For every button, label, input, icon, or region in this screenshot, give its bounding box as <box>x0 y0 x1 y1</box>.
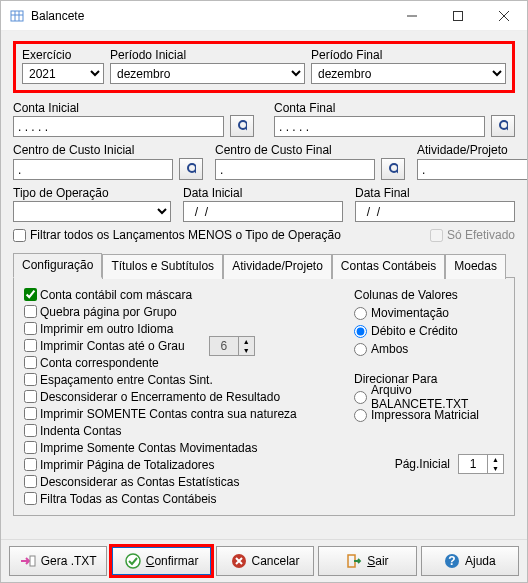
exercicio-label: Exercício <box>22 48 104 62</box>
chk-quebra[interactable] <box>24 305 37 318</box>
export-icon <box>20 554 36 568</box>
chk-encerr[interactable] <box>24 390 37 403</box>
grau-value <box>210 337 238 355</box>
rad-arquivo-label: Arquivo BALANCETE.TXT <box>371 383 504 411</box>
chk-totaliz-label: Imprimir Página de Totalizadores <box>40 458 215 472</box>
sair-button[interactable]: Sair <box>318 546 416 576</box>
conta-final-search-button[interactable] <box>491 115 515 137</box>
cancelar-label: Cancelar <box>252 554 300 568</box>
rad-impressora[interactable] <box>354 409 367 422</box>
chk-quebra-label: Quebra página por Grupo <box>40 305 177 319</box>
chevron-up-icon[interactable]: ▲ <box>239 337 254 346</box>
tipo-operacao-select[interactable] <box>13 201 171 222</box>
rad-impressora-label: Impressora Matricial <box>371 408 479 422</box>
chk-indenta[interactable] <box>24 424 37 437</box>
periodo-final-select[interactable]: dezembro <box>311 63 506 84</box>
rad-ambos-label: Ambos <box>371 342 408 356</box>
cancelar-button[interactable]: Cancelar <box>216 546 314 576</box>
tab-contas[interactable]: Contas Contábeis <box>332 254 445 279</box>
pag-inicial-value[interactable] <box>459 455 487 473</box>
conta-final-label: Conta Final <box>274 101 335 115</box>
chk-natureza[interactable] <box>24 407 37 420</box>
chk-corresp[interactable] <box>24 356 37 369</box>
window-title: Balancete <box>31 9 389 23</box>
centro-final-search-button[interactable] <box>381 158 405 180</box>
confirmar-label: onfirmar <box>154 554 198 568</box>
gera-txt-button[interactable]: Gera .TXT <box>9 546 107 576</box>
svg-point-19 <box>126 554 140 568</box>
chk-filtra[interactable] <box>24 492 37 505</box>
rad-debcred-label: Débito e Crédito <box>371 324 458 338</box>
gera-txt-label: Gera .TXT <box>41 554 97 568</box>
periodo-inicial-select[interactable]: dezembro <box>110 63 305 84</box>
pag-inicial-label: Pág.Inicial <box>395 457 450 471</box>
minimize-button[interactable] <box>389 1 435 31</box>
check-icon <box>125 553 141 569</box>
app-icon <box>9 8 25 24</box>
window: Balancete Exercício 2021 Período Inicial… <box>0 0 528 583</box>
svg-line-11 <box>507 128 508 132</box>
centro-inicial-search-button[interactable] <box>179 158 203 180</box>
filtrar-menos-label: Filtrar todos os Lançamentos MENOS o Tip… <box>30 228 341 242</box>
chk-moviment[interactable] <box>24 441 37 454</box>
search-icon <box>498 119 508 133</box>
tab-configuracao[interactable]: Configuração <box>13 253 102 278</box>
chk-totaliz[interactable] <box>24 458 37 471</box>
chk-corresp-label: Conta correspondente <box>40 356 159 370</box>
rad-moviment[interactable] <box>354 307 367 320</box>
maximize-button[interactable] <box>435 1 481 31</box>
atividade-projeto-label: Atividade/Projeto <box>417 143 527 157</box>
so-efetivado-checkbox <box>430 229 443 242</box>
chk-idioma[interactable] <box>24 322 37 335</box>
chk-idioma-label: Imprimir em outro Idioma <box>40 322 173 336</box>
exercicio-select[interactable]: 2021 <box>22 63 104 84</box>
titlebar: Balancete <box>1 1 527 31</box>
grau-spinner[interactable]: ▲▼ <box>209 336 255 356</box>
filtrar-menos-checkbox[interactable] <box>13 229 26 242</box>
chevron-down-icon[interactable]: ▼ <box>488 464 503 473</box>
centro-inicial-input[interactable] <box>13 159 173 180</box>
centro-final-input[interactable] <box>215 159 375 180</box>
tab-moedas[interactable]: Moedas <box>445 254 506 279</box>
data-final-input[interactable] <box>355 201 515 222</box>
chk-grau[interactable] <box>24 339 37 352</box>
periodo-final-label: Período Final <box>311 48 506 62</box>
conta-inicial-input[interactable] <box>13 116 224 137</box>
atividade-projeto-input[interactable] <box>417 159 527 180</box>
search-icon <box>186 162 196 176</box>
svg-rect-5 <box>454 11 463 20</box>
confirmar-button[interactable]: Confirmar <box>111 546 211 576</box>
tab-titulos[interactable]: Títulos e Subtítulos <box>102 254 223 279</box>
ajuda-button[interactable]: ? Ajuda <box>421 546 519 576</box>
close-button[interactable] <box>481 1 527 31</box>
svg-point-14 <box>390 164 398 172</box>
chk-grau-label: Imprimir Contas até o Grau <box>40 339 185 353</box>
centro-final-label: Centro de Custo Final <box>215 143 405 157</box>
tab-atividade[interactable]: Atividade/Projeto <box>223 254 332 279</box>
data-inicial-input[interactable] <box>183 201 343 222</box>
rad-ambos[interactable] <box>354 343 367 356</box>
conta-inicial-search-button[interactable] <box>230 115 254 137</box>
rad-arquivo[interactable] <box>354 391 367 404</box>
svg-text:?: ? <box>448 554 455 568</box>
chk-estat[interactable] <box>24 475 37 488</box>
chevron-up-icon[interactable]: ▲ <box>488 455 503 464</box>
search-icon <box>388 162 398 176</box>
chk-indenta-label: Indenta Contas <box>40 424 121 438</box>
content-area: Exercício 2021 Período Inicial dezembro … <box>1 31 527 539</box>
svg-point-12 <box>188 164 196 172</box>
conta-inicial-label: Conta Inicial <box>13 101 79 115</box>
chk-filtra-label: Filtra Todas as Contas Contábeis <box>40 492 217 506</box>
chk-mascara[interactable] <box>24 288 37 301</box>
centro-inicial-label: Centro de Custo Inicial <box>13 143 203 157</box>
svg-line-15 <box>397 171 398 175</box>
rad-debcred[interactable] <box>354 325 367 338</box>
conta-final-input[interactable] <box>274 116 485 137</box>
chk-encerr-label: Desconsiderar o Encerramento de Resultad… <box>40 390 280 404</box>
svg-point-8 <box>239 121 247 129</box>
pag-inicial-spinner[interactable]: ▲▼ <box>458 454 504 474</box>
svg-line-9 <box>246 128 247 132</box>
sair-label: air <box>375 554 388 568</box>
chevron-down-icon[interactable]: ▼ <box>239 346 254 355</box>
chk-espac[interactable] <box>24 373 37 386</box>
